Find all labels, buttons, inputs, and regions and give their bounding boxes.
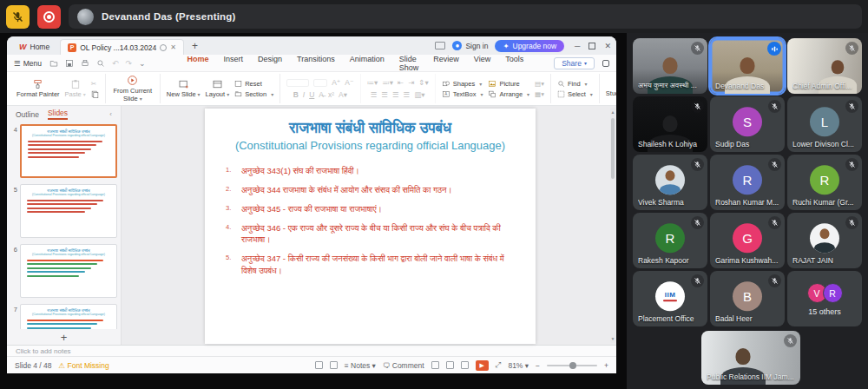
participant-tile[interactable]: IIMPlacement Office <box>633 271 707 326</box>
zoom-slider-knob[interactable] <box>569 362 576 369</box>
align-left-icon[interactable]: ☰ <box>371 90 378 99</box>
ribbon-tab-insert[interactable]: Insert <box>223 52 245 75</box>
copy-icon[interactable] <box>91 90 99 98</box>
wps-home-tab[interactable]: W Home <box>12 39 56 55</box>
zoom-in-button[interactable]: + <box>604 361 608 370</box>
zoom-level[interactable]: 81% ▾ <box>508 361 529 370</box>
participant-tile[interactable]: VR15 others <box>787 271 862 326</box>
participant-tile[interactable]: GGarima Kushwah... <box>710 213 785 268</box>
save-icon[interactable] <box>65 59 74 68</box>
menu-button[interactable]: ☰ Menu <box>14 59 42 68</box>
font-color-button[interactable]: A▾ <box>339 90 347 99</box>
close-tab-icon[interactable]: ✕ <box>170 43 176 51</box>
sign-in-button[interactable]: ● Sign in <box>452 41 488 50</box>
outline-tab[interactable]: Outline <box>16 110 39 119</box>
participant-tile[interactable]: LLower Divison Cl... <box>787 96 862 152</box>
ribbon-tab-animation[interactable]: Animation <box>349 52 385 75</box>
comment-toggle[interactable]: 🗨 Comment <box>383 361 424 370</box>
header-icon[interactable]: ▤▾ <box>535 80 544 88</box>
participant-tile[interactable]: RRakesh Kapoor <box>633 213 707 268</box>
scroll-down-icon[interactable]: ▼ <box>610 336 615 341</box>
scrollbar-thumb[interactable] <box>611 118 615 179</box>
normal-view-icon[interactable] <box>431 361 439 369</box>
document-tab[interactable]: P OL Policy ...14.03.2024 ✕ <box>60 39 184 55</box>
columns-icon[interactable]: ▥▾ <box>414 90 424 99</box>
present-mode-icon[interactable] <box>435 42 445 49</box>
font-missing-warning[interactable]: ⚠ Font Missing <box>59 361 109 370</box>
participant-tile[interactable]: Shailesh K Lohiya <box>633 96 707 152</box>
reading-view-icon[interactable] <box>461 361 469 369</box>
find-button[interactable]: Find <box>557 80 593 88</box>
undo-icon[interactable]: ↶ <box>112 59 119 68</box>
print-icon[interactable] <box>81 59 89 68</box>
minimize-button[interactable]: ─ <box>575 42 580 50</box>
align-center-icon[interactable]: ☰ <box>381 90 388 99</box>
bullet-list-icon[interactable]: ≔▾ <box>367 78 378 87</box>
bold-button[interactable]: B <box>293 90 299 99</box>
font-size-box[interactable] <box>313 79 327 87</box>
align-right-icon[interactable]: ☰ <box>392 90 399 99</box>
paste-button[interactable]: Paste <box>65 79 86 98</box>
shrink-font-icon[interactable]: A⁻ <box>345 78 353 87</box>
spellcheck-icon[interactable] <box>315 361 323 369</box>
fit-slide-icon[interactable]: ⤢ <box>496 360 502 370</box>
restore-button[interactable] <box>589 43 595 49</box>
add-slide-button[interactable]: + <box>7 329 121 345</box>
new-tab-button[interactable]: + <box>187 40 202 52</box>
slide-thumbnail-5[interactable]: 5राजभाषा संबंधी सांविधिक उपबंध(Constitut… <box>9 184 117 238</box>
more-commands-icon[interactable]: ⌄ <box>139 59 146 68</box>
cut-icon[interactable]: ✂ <box>91 80 99 88</box>
format-painter-button[interactable]: Format Painter <box>16 79 60 98</box>
ribbon-tab-design[interactable]: Design <box>257 52 283 75</box>
slide-thumbnail-4[interactable]: 4राजभाषा संबंधी सांविधिक उपबंध(Constitut… <box>9 124 117 178</box>
section-button[interactable]: Section <box>234 90 273 98</box>
ribbon-tab-review[interactable]: Review <box>432 52 460 75</box>
number-list-icon[interactable]: ≕▾ <box>382 78 393 87</box>
participant-tile[interactable]: Devanand Das <box>710 38 785 94</box>
shapes-button[interactable]: Shapes <box>442 80 483 88</box>
reset-button[interactable]: Reset <box>234 80 273 88</box>
comment-panel-icon[interactable] <box>602 60 609 67</box>
participant-tile[interactable]: RRoshan Kumar M... <box>710 155 785 210</box>
slide-thumbnail-7[interactable]: 7राजभाषा संबंधी सांविधिक उपबंध(Constitut… <box>9 304 117 329</box>
ribbon-tab-home[interactable]: Home <box>187 52 210 75</box>
notes-toggle[interactable]: ≡ Notes ▾ <box>345 361 376 370</box>
slide-canvas[interactable]: राजभाषा संबंधी सांविधिक उपबंध (Constitut… <box>205 109 536 344</box>
student-tools-button[interactable]: Student Tools <box>606 79 616 97</box>
picture-button[interactable]: Picture <box>488 80 529 88</box>
participant-tile[interactable]: RAJAT JAIN <box>787 213 862 268</box>
participant-tile[interactable]: Chief Admin Offi... <box>787 38 862 94</box>
slides-tab[interactable]: Slides <box>48 109 68 120</box>
superscript-button[interactable]: x² <box>328 90 334 99</box>
textbox-button[interactable]: ATextBox <box>442 90 483 98</box>
zoom-out-button[interactable]: − <box>536 361 540 370</box>
participant-tile[interactable]: SSudip Das <box>710 96 785 152</box>
indent-less-icon[interactable]: ⇤ <box>398 78 404 87</box>
underline-button[interactable]: U <box>309 90 314 99</box>
participant-tile[interactable]: अभय कुमार अवस्थी ... <box>633 38 707 94</box>
recording-indicator[interactable] <box>37 5 61 29</box>
italic-button[interactable]: I <box>303 90 305 99</box>
ribbon-tab-view[interactable]: View <box>473 52 491 75</box>
participant-tile[interactable]: Vivek Sharma <box>633 155 707 210</box>
font-name-box[interactable] <box>286 79 309 87</box>
grow-font-icon[interactable]: A⁺ <box>332 78 340 87</box>
slide-thumbnail-6[interactable]: 6राजभाषा संबंधी सांविधिक उपबंध(Constitut… <box>9 244 117 298</box>
share-button[interactable]: Share▾ <box>554 57 595 69</box>
zoom-slider[interactable] <box>547 365 597 366</box>
vertical-scrollbar[interactable]: ▲ ▼ <box>610 108 615 343</box>
indent-more-icon[interactable]: ⇥ <box>408 78 414 87</box>
layout-button[interactable]: Layout <box>206 79 230 98</box>
print-preview-icon[interactable] <box>96 59 105 68</box>
collapse-panel-icon[interactable]: ‹ <box>109 110 112 118</box>
ribbon-tab-transitions[interactable]: Transitions <box>296 52 336 75</box>
participant-tile[interactable]: RRuchi Kumar (Gr... <box>787 155 862 210</box>
handout-icon[interactable] <box>330 361 338 369</box>
ribbon-tab-slide-show[interactable]: Slide Show <box>398 52 420 75</box>
ribbon-tab-tools[interactable]: Tools <box>504 52 524 75</box>
participant-tile[interactable]: BBadal Heer <box>710 271 785 326</box>
new-slide-button[interactable]: New Slide <box>167 79 201 98</box>
mic-muted-indicator[interactable] <box>6 5 30 29</box>
upgrade-button[interactable]: ✦ Upgrade now <box>495 40 564 52</box>
line-spacing-icon[interactable]: ⇕▾ <box>418 78 428 87</box>
